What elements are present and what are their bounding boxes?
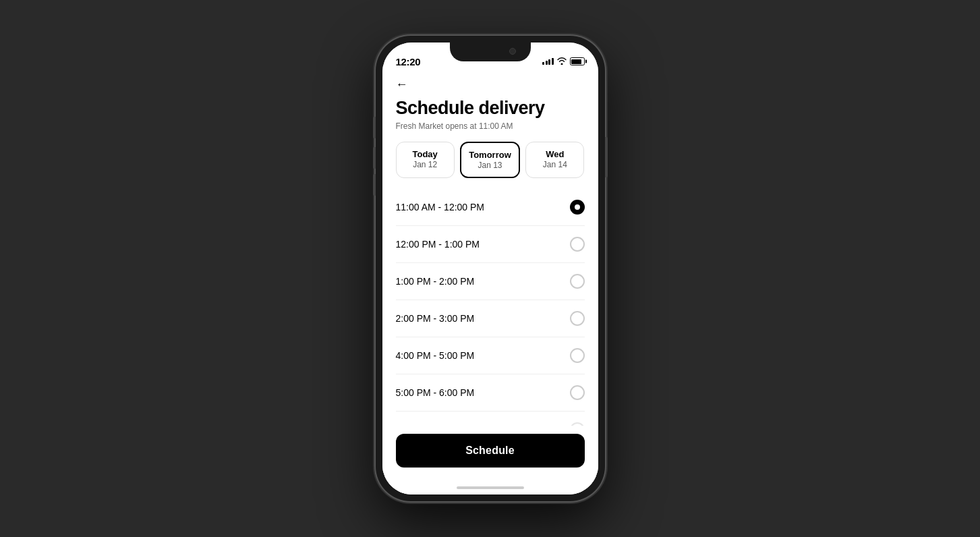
top-nav: ← <box>382 72 598 94</box>
time-slot-label: 4:00 PM - 5:00 PM <box>396 350 475 361</box>
time-slot-row[interactable]: 11:00 AM - 12:00 PM <box>396 189 585 226</box>
notch <box>450 43 531 61</box>
radio-button[interactable] <box>570 422 585 426</box>
time-slot-row[interactable]: 4:00 PM - 5:00 PM <box>396 337 585 374</box>
radio-button[interactable] <box>570 348 585 363</box>
time-slot-label: 1:00 PM - 2:00 PM <box>396 276 475 287</box>
radio-button[interactable] <box>570 385 585 400</box>
wifi-icon <box>557 57 567 66</box>
date-tab-today-date: Jan 12 <box>413 160 437 169</box>
time-slot-label: 11:00 AM - 12:00 PM <box>396 202 485 213</box>
schedule-button[interactable]: Schedule <box>396 434 585 468</box>
radio-button[interactable] <box>570 237 585 252</box>
time-slot-row[interactable]: 1:00 PM - 2:00 PM <box>396 263 585 300</box>
phone-screen: 12:20 <box>382 43 598 494</box>
subtitle: Fresh Market opens at 11:00 AM <box>382 120 598 139</box>
time-slot-row[interactable]: 2:00 PM - 3:00 PM <box>396 300 585 337</box>
time-slot-row[interactable]: 12:00 PM - 1:00 PM <box>396 226 585 263</box>
date-tabs: Today Jan 12 Tomorrow Jan 13 Wed Jan 14 <box>382 139 598 189</box>
date-tab-wed-date: Jan 14 <box>543 160 567 169</box>
time-slot-label: 6:00 PM - 7:00 PM <box>396 424 475 426</box>
time-slot-row-partial[interactable]: 6:00 PM - 7:00 PM <box>396 412 585 426</box>
status-bar: 12:20 <box>382 43 598 72</box>
date-tab-wed[interactable]: Wed Jan 14 <box>525 142 584 178</box>
front-camera <box>509 48 516 55</box>
signal-icon <box>542 58 554 65</box>
phone-device: 12:20 <box>376 36 605 501</box>
date-tab-tomorrow-date: Jan 13 <box>478 161 502 170</box>
radio-button[interactable] <box>570 311 585 326</box>
radio-button[interactable] <box>570 274 585 289</box>
home-bar <box>457 486 524 489</box>
schedule-button-bar: Schedule <box>382 426 598 481</box>
status-time: 12:20 <box>396 56 421 67</box>
phone-frame: 12:20 <box>376 36 605 501</box>
home-indicator <box>382 481 598 494</box>
battery-icon <box>570 57 585 65</box>
app-content: ← Schedule delivery Fresh Market opens a… <box>382 72 598 494</box>
time-slot-row[interactable]: 5:00 PM - 6:00 PM <box>396 374 585 412</box>
status-icons <box>542 57 585 66</box>
time-slots-list: 11:00 AM - 12:00 PM 12:00 PM - 1:00 PM 1… <box>382 189 598 426</box>
back-button[interactable]: ← <box>396 78 408 92</box>
date-tab-today-day: Today <box>413 149 438 159</box>
page-title: Schedule delivery <box>382 94 598 120</box>
radio-button-selected[interactable] <box>570 200 585 215</box>
date-tab-tomorrow[interactable]: Tomorrow Jan 13 <box>460 142 520 178</box>
date-tab-tomorrow-day: Tomorrow <box>469 150 511 160</box>
date-tab-wed-day: Wed <box>546 149 564 159</box>
time-slot-label: 12:00 PM - 1:00 PM <box>396 239 480 250</box>
time-slot-label: 5:00 PM - 6:00 PM <box>396 387 475 398</box>
date-tab-today[interactable]: Today Jan 12 <box>396 142 455 178</box>
time-slot-label: 2:00 PM - 3:00 PM <box>396 313 475 324</box>
